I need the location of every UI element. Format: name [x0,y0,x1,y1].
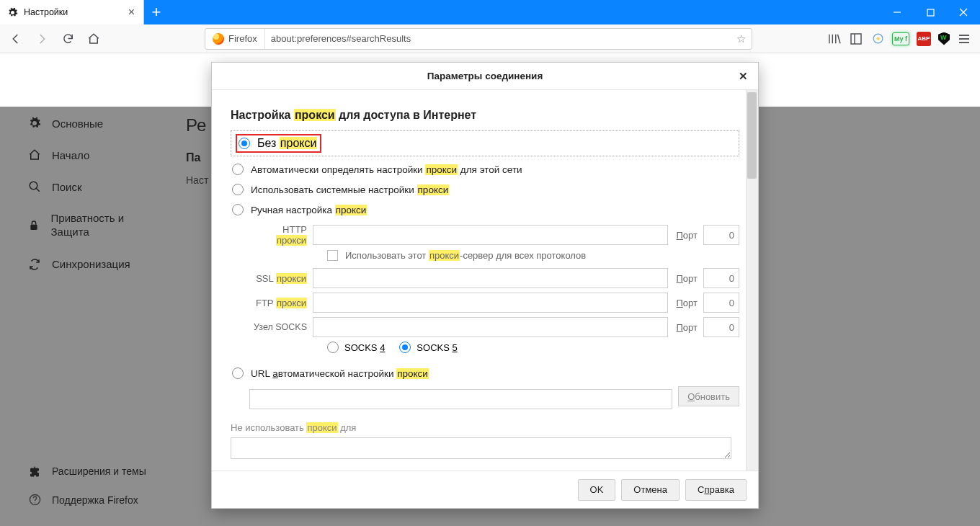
svg-line-7 [837,34,840,43]
back-button[interactable] [4,27,27,50]
browser-toolbar: Firefox about:preferences#searchResults … [0,24,980,53]
radio-label: SOCKS 4 [344,342,385,353]
radio-label: Использовать системные настройки прокси [251,184,449,195]
pac-url-row: Обновить [231,383,739,409]
http-proxy-input[interactable] [313,225,668,245]
extension-icon-1[interactable] [870,32,885,46]
ok-button[interactable]: OK [578,479,616,501]
port-label: Порт [677,322,698,333]
ftp-port-input[interactable] [703,293,739,313]
dialog-scrollbar[interactable] [746,90,758,471]
ssl-proxy-input[interactable] [313,268,668,288]
highlight-box: Без прокси [236,134,321,153]
radio-socks5-wrap[interactable]: SOCKS 5 [399,342,457,353]
dialog-section-heading: Настройка прокси для доступа в Интернет [231,109,739,122]
toolbar-right: My f ABP [827,32,976,46]
new-tab-button[interactable]: + [144,0,169,24]
use-for-all-checkbox[interactable] [327,250,338,261]
reload-button[interactable] [56,27,79,50]
scrollbar-thumb[interactable] [747,92,757,179]
ssl-proxy-row: SSL прокси Порт [249,268,739,288]
window-titlebar: Настройки × + [0,0,980,24]
no-proxy-for-input[interactable] [231,437,731,459]
port-label: Порт [677,230,698,241]
socks-label: Узел SOCKS [249,322,307,332]
http-port-input[interactable] [703,225,739,245]
radio-no-proxy[interactable] [239,138,250,149]
identity-box[interactable]: Firefox [205,29,265,49]
ftp-proxy-row: FTP прокси Порт [249,293,739,313]
library-icon[interactable] [827,32,842,46]
port-label: Порт [677,273,698,284]
socks-version-row: SOCKS 4 SOCKS 5 [327,342,739,353]
bookmark-star-icon[interactable]: ☆ [731,32,752,45]
radio-row-no-proxy-wrap: Без прокси [231,130,739,156]
dialog-body: Настройка прокси для доступа в Интернет … [212,90,758,471]
maximize-button[interactable] [914,0,947,24]
app-menu-button[interactable] [957,32,971,46]
radio-label: Без прокси [257,137,317,150]
tab-title: Настройки [24,7,68,17]
radio-pac[interactable] [232,367,244,379]
svg-point-11 [876,37,879,40]
radio-row-auto-detect[interactable]: Автоматически определять настройки прокс… [231,159,739,179]
tab-close-icon[interactable]: × [125,6,138,19]
gear-icon [7,7,18,18]
forward-button[interactable] [30,27,53,50]
radio-manual[interactable] [232,204,244,215]
dialog-close-button[interactable]: ✕ [735,68,751,84]
radio-row-pac[interactable]: URL автоматической настройки прокси [231,363,739,383]
refresh-button[interactable]: Обновить [678,386,739,406]
radio-label: URL автоматической настройки прокси [251,368,429,379]
dialog-titlebar: Параметры соединения ✕ [212,63,758,90]
manual-proxy-grid: HTTP прокси Порт Использовать этот прокс… [249,224,739,353]
http-label: HTTP прокси [249,224,307,246]
checkbox-label: Использовать этот прокси-сервер для всех… [345,250,586,261]
radio-label: Ручная настройка прокси [251,205,367,215]
extension-shield-icon[interactable] [938,32,950,45]
connection-settings-dialog: Параметры соединения ✕ Настройка прокси … [211,62,759,509]
socks-proxy-input[interactable] [313,317,668,337]
dialog-title: Параметры соединения [427,71,543,81]
use-for-all-row[interactable]: Использовать этот прокси-сервер для всех… [327,250,739,261]
radio-socks4[interactable] [327,342,339,353]
http-proxy-row: HTTP прокси Порт [249,224,739,246]
help-button[interactable]: Справка [685,479,747,501]
ftp-label: FTP прокси [249,298,307,308]
svg-rect-1 [927,9,934,16]
identity-label: Firefox [228,33,257,44]
minimize-button[interactable] [881,0,914,24]
radio-row-system[interactable]: Использовать системные настройки прокси [231,179,739,200]
radio-label: SOCKS 5 [416,342,457,353]
radio-socks5[interactable] [399,342,411,353]
cancel-button[interactable]: Отмена [621,479,680,501]
extension-myf-icon[interactable]: My f [892,32,909,45]
ftp-proxy-input[interactable] [313,293,668,313]
close-window-button[interactable] [947,0,980,24]
port-label: Порт [677,298,698,308]
radio-row-manual[interactable]: Ручная настройка прокси [231,200,739,220]
ssl-label: SSL прокси [249,273,307,284]
dialog-footer: OK Отмена Справка [212,471,758,508]
radio-label: Автоматически определять настройки прокс… [251,164,522,175]
home-button[interactable] [82,27,105,50]
extension-abp-icon[interactable]: ABP [917,32,931,46]
socks-port-input[interactable] [703,317,739,337]
url-text: about:preferences#searchResults [265,33,731,44]
address-bar[interactable]: Firefox about:preferences#searchResults … [205,28,752,50]
radio-socks4-wrap[interactable]: SOCKS 4 [327,342,385,353]
radio-auto-detect[interactable] [232,164,244,175]
pac-url-input[interactable] [249,389,672,409]
ssl-port-input[interactable] [703,268,739,288]
sidebar-toggle-icon[interactable] [849,32,863,46]
radio-system[interactable] [232,184,244,195]
svg-rect-8 [851,34,861,44]
firefox-logo-icon [213,33,224,45]
browser-tab[interactable]: Настройки × [0,0,144,24]
socks-proxy-row: Узел SOCKS Порт [249,317,739,337]
no-proxy-for-label: Не использовать прокси для [231,422,739,433]
window-controls [881,0,980,24]
